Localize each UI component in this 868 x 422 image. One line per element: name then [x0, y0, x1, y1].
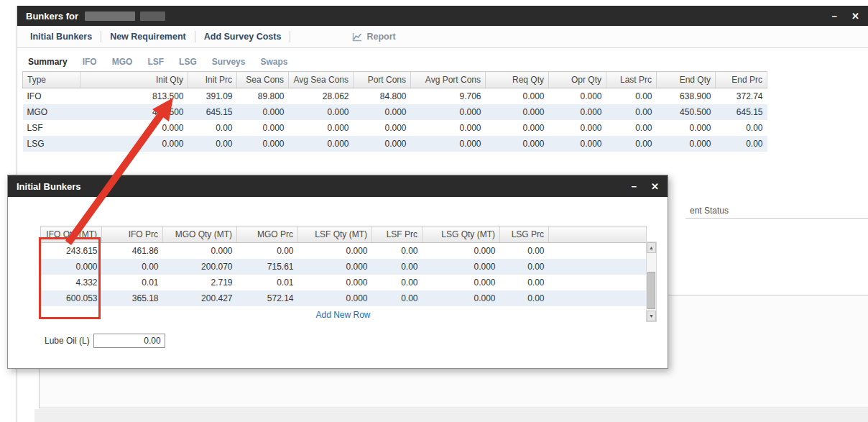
cell[interactable]: 0.00 [237, 243, 298, 260]
cell[interactable]: 0.000 [289, 136, 354, 152]
cell[interactable]: 645.15 [188, 104, 237, 120]
cell[interactable]: IFO [23, 88, 80, 105]
cell[interactable]: 0.000 [354, 136, 411, 152]
cell[interactable]: 0.00 [606, 120, 657, 136]
vertical-scrollbar[interactable]: ▲ ▼ [646, 242, 657, 322]
cell[interactable]: 0.00 [372, 243, 423, 260]
scroll-up-icon[interactable]: ▲ [647, 242, 656, 253]
cell[interactable]: 28.062 [289, 88, 354, 105]
cell[interactable]: 0.00 [606, 88, 657, 105]
cell[interactable]: 0.000 [80, 120, 188, 136]
lube-oil-input[interactable] [93, 334, 165, 348]
cell[interactable]: 0.00 [500, 275, 549, 290]
tab-swaps[interactable]: Swaps [259, 55, 288, 68]
cell[interactable]: 243.615 [41, 243, 102, 260]
cell[interactable]: 200.427 [163, 290, 237, 306]
cell[interactable]: 0.000 [354, 104, 411, 120]
cell[interactable]: 0.000 [486, 88, 549, 105]
cell[interactable]: 0.000 [657, 120, 716, 136]
cell[interactable]: 365.18 [102, 290, 163, 306]
cell[interactable]: 715.61 [237, 259, 298, 275]
cell[interactable]: 0.000 [423, 243, 500, 260]
cell[interactable]: 0.00 [606, 104, 657, 120]
cell[interactable]: 0.00 [188, 136, 237, 152]
cell[interactable]: 0.000 [237, 120, 289, 136]
table-row[interactable]: 4.3320.012.7190.010.0000.000.0000.00 [41, 275, 647, 290]
cell[interactable]: 0.000 [657, 136, 716, 152]
cell[interactable]: 645.15 [716, 104, 767, 120]
cell[interactable]: 0.01 [102, 275, 163, 290]
cell[interactable]: 0.000 [423, 290, 500, 306]
dialog-minimize-icon[interactable]: − [632, 182, 637, 191]
cell[interactable]: 0.000 [41, 259, 102, 275]
tab-mgo[interactable]: MGO [111, 55, 134, 68]
cell[interactable]: 89.800 [237, 88, 289, 105]
cell[interactable]: 0.00 [500, 290, 549, 306]
tab-lsf[interactable]: LSF [147, 55, 165, 68]
toolbar-button-report[interactable]: Report [352, 32, 395, 42]
cell[interactable]: 0.00 [102, 259, 163, 275]
cell[interactable]: 0.000 [411, 104, 486, 120]
add-new-row-link[interactable]: Add New Row [40, 306, 646, 324]
cell[interactable]: 0.000 [298, 275, 372, 290]
cell[interactable]: 0.00 [372, 259, 423, 275]
cell[interactable]: 461.86 [102, 243, 163, 260]
cell[interactable]: 9.706 [411, 88, 486, 105]
cell[interactable]: 0.00 [188, 120, 237, 136]
table-row[interactable]: 0.0000.00200.070715.610.0000.000.0000.00 [41, 259, 647, 275]
cell[interactable]: 0.000 [423, 275, 500, 290]
cell[interactable]: 0.000 [411, 136, 486, 152]
cell[interactable]: 0.00 [500, 243, 549, 260]
cell[interactable]: 0.000 [549, 120, 606, 136]
cell[interactable]: 0.000 [289, 104, 354, 120]
cell[interactable]: 2.719 [163, 275, 237, 290]
cell[interactable]: 572.14 [237, 290, 298, 306]
scroll-down-icon[interactable]: ▼ [647, 311, 656, 321]
scrollbar-thumb[interactable] [647, 272, 655, 309]
toolbar-button-initial-bunkers[interactable]: Initial Bunkers [22, 32, 101, 42]
cell[interactable]: 0.000 [486, 136, 549, 152]
cell[interactable]: 0.00 [372, 275, 423, 290]
cell[interactable]: 0.000 [549, 136, 606, 152]
cell[interactable]: 450.500 [80, 104, 188, 120]
cell[interactable]: 0.000 [298, 259, 372, 275]
table-row[interactable]: 243.615461.860.0000.000.0000.000.0000.00 [41, 243, 647, 260]
cell[interactable]: LSF [23, 120, 80, 136]
cell[interactable]: 0.000 [411, 120, 486, 136]
table-row[interactable]: IFO813.500391.0989.80028.06284.8009.7060… [23, 88, 767, 105]
cell[interactable]: 0.00 [372, 290, 423, 306]
table-row[interactable]: LSF0.0000.000.0000.0000.0000.0000.0000.0… [23, 120, 767, 136]
cell[interactable]: 0.000 [486, 120, 549, 136]
cell[interactable]: 450.500 [657, 104, 716, 120]
cell[interactable]: 0.000 [80, 136, 188, 152]
close-icon[interactable]: ✕ [851, 12, 859, 21]
cell[interactable]: 0.000 [423, 259, 500, 275]
cell[interactable]: 4.332 [41, 275, 102, 290]
cell[interactable]: 372.74 [716, 88, 767, 105]
cell[interactable]: LSG [23, 136, 80, 152]
cell[interactable]: 0.000 [298, 243, 372, 260]
tab-summary[interactable]: Summary [27, 55, 68, 68]
cell[interactable]: 391.09 [188, 88, 237, 105]
cell[interactable]: 200.070 [163, 259, 237, 275]
table-row[interactable]: MGO450.500645.150.0000.0000.0000.0000.00… [23, 104, 767, 120]
minimize-icon[interactable]: − [832, 12, 838, 21]
cell[interactable]: 0.000 [237, 136, 289, 152]
cell[interactable]: 0.000 [354, 120, 411, 136]
dialog-close-icon[interactable]: ✕ [651, 182, 659, 191]
cell[interactable]: 0.00 [606, 136, 657, 152]
tab-lsg[interactable]: LSG [178, 55, 198, 68]
table-row[interactable]: 600.053365.18200.427572.140.0000.000.000… [41, 290, 647, 306]
cell[interactable]: 0.00 [716, 120, 767, 136]
cell[interactable]: 0.00 [716, 136, 767, 152]
cell[interactable]: 0.000 [298, 290, 372, 306]
toolbar-button-add-survey-costs[interactable]: Add Survey Costs [195, 32, 290, 42]
toolbar-button-new-requirement[interactable]: New Requirement [101, 32, 195, 42]
cell[interactable]: 0.000 [289, 120, 354, 136]
tab-surveys[interactable]: Surveys [211, 55, 246, 68]
cell[interactable]: 0.000 [549, 88, 606, 105]
cell[interactable]: 0.000 [486, 104, 549, 120]
table-row[interactable]: LSG0.0000.000.0000.0000.0000.0000.0000.0… [23, 136, 767, 152]
cell[interactable]: 0.000 [237, 104, 289, 120]
cell[interactable]: 600.053 [41, 290, 102, 306]
